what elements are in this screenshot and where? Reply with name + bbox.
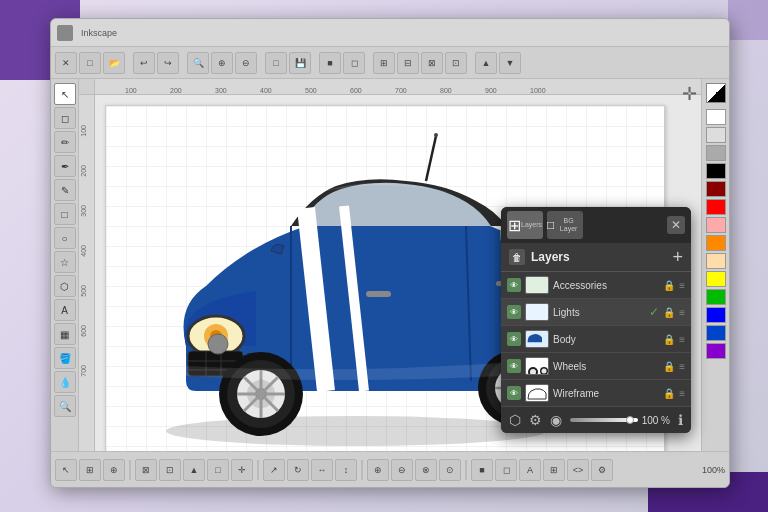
bt-prefs[interactable]: ⚙ bbox=[591, 459, 613, 481]
polygon-tool[interactable]: ⬡ bbox=[54, 275, 76, 297]
layer-menu-icon[interactable]: ≡ bbox=[679, 307, 685, 318]
bt-path-diff[interactable]: ⊖ bbox=[391, 459, 413, 481]
zoom-out-button[interactable]: ⊖ bbox=[235, 52, 257, 74]
open-button[interactable]: 📂 bbox=[103, 52, 125, 74]
bt-order[interactable]: ▲ bbox=[183, 459, 205, 481]
palette-green[interactable] bbox=[706, 289, 726, 305]
opacity-slider[interactable] bbox=[570, 418, 638, 422]
bt-xml[interactable]: <> bbox=[567, 459, 589, 481]
group-button[interactable]: ⊠ bbox=[421, 52, 443, 74]
ungroup-button[interactable]: ⊡ bbox=[445, 52, 467, 74]
lock-icon[interactable]: 🔒 bbox=[663, 361, 675, 372]
raise-button[interactable]: ▲ bbox=[475, 52, 497, 74]
select-button[interactable]: □ bbox=[265, 52, 287, 74]
layers-footer-icon-1[interactable]: ⬡ bbox=[509, 412, 521, 428]
zoom-tool[interactable]: 🔍 bbox=[54, 395, 76, 417]
lock-icon[interactable]: 🔒 bbox=[663, 388, 675, 399]
bt-dist[interactable]: ⊡ bbox=[159, 459, 181, 481]
palette-light-gray[interactable] bbox=[706, 127, 726, 143]
layer-vis-icon[interactable]: 👁 bbox=[507, 278, 521, 292]
delete-layer-icon[interactable]: 🗑 bbox=[509, 249, 525, 265]
palette-light-orange[interactable] bbox=[706, 253, 726, 269]
layer-vis-icon[interactable]: 👁 bbox=[507, 305, 521, 319]
lock-icon[interactable]: 🔒 bbox=[663, 307, 675, 318]
layers-close-button[interactable]: ✕ bbox=[667, 216, 685, 234]
layers-footer-icon-2[interactable]: ⚙ bbox=[529, 412, 542, 428]
layer-menu-icon[interactable]: ≡ bbox=[679, 388, 685, 399]
zoom-fit-button[interactable]: ⊕ bbox=[211, 52, 233, 74]
layer-row-wireframe[interactable]: 👁 Wireframe 🔒 ≡ bbox=[501, 380, 691, 407]
star-tool[interactable]: ☆ bbox=[54, 251, 76, 273]
new-button[interactable]: □ bbox=[79, 52, 101, 74]
zoom-in-button[interactable]: 🔍 bbox=[187, 52, 209, 74]
palette-purple[interactable] bbox=[706, 343, 726, 359]
palette-red[interactable] bbox=[706, 199, 726, 215]
palette-gray[interactable] bbox=[706, 145, 726, 161]
layer-row-lights[interactable]: 👁 Lights ✓ 🔒 ≡ bbox=[501, 299, 691, 326]
pen-tool[interactable]: ✒ bbox=[54, 155, 76, 177]
bg-layer-tab[interactable]: □ BG Layer bbox=[547, 211, 583, 239]
layers-footer-info[interactable]: ℹ bbox=[678, 412, 683, 428]
palette-blue[interactable] bbox=[706, 307, 726, 323]
circle-tool[interactable]: ○ bbox=[54, 227, 76, 249]
palette-orange[interactable] bbox=[706, 235, 726, 251]
layer-row-wheels[interactable]: 👁 Wheels 🔒 ≡ bbox=[501, 353, 691, 380]
dropper-tool[interactable]: 💧 bbox=[54, 371, 76, 393]
align-left-button[interactable]: ⊞ bbox=[373, 52, 395, 74]
stroke-button[interactable]: ◻ bbox=[343, 52, 365, 74]
layer-vis-icon[interactable]: 👁 bbox=[507, 359, 521, 373]
bt-path-union[interactable]: ⊕ bbox=[367, 459, 389, 481]
bt-fill[interactable]: ■ bbox=[471, 459, 493, 481]
palette-dark-blue[interactable] bbox=[706, 325, 726, 341]
layer-menu-icon[interactable]: ≡ bbox=[679, 334, 685, 345]
bt-mirror-v[interactable]: ↕ bbox=[335, 459, 357, 481]
bt-path-xor[interactable]: ⊙ bbox=[439, 459, 461, 481]
fill-button[interactable]: ■ bbox=[319, 52, 341, 74]
bt-transform[interactable]: ↗ bbox=[263, 459, 285, 481]
bt-rotate[interactable]: ↻ bbox=[287, 459, 309, 481]
bt-stroke[interactable]: ◻ bbox=[495, 459, 517, 481]
bt-layers[interactable]: ⊞ bbox=[543, 459, 565, 481]
redo-button[interactable]: ↪ bbox=[157, 52, 179, 74]
layers-footer-icon-3[interactable]: ◉ bbox=[550, 412, 562, 428]
save-button[interactable]: 💾 bbox=[289, 52, 311, 74]
select-tool[interactable]: ↖ bbox=[54, 83, 76, 105]
palette-yellow[interactable] bbox=[706, 271, 726, 287]
bt-snap[interactable]: ✛ bbox=[231, 459, 253, 481]
callig-tool[interactable]: ✎ bbox=[54, 179, 76, 201]
layer-row-body[interactable]: 👁 Body 🔒 ≡ bbox=[501, 326, 691, 353]
palette-gradient-swatch[interactable] bbox=[706, 83, 726, 103]
layers-tab[interactable]: ⊞ Layers bbox=[507, 211, 543, 239]
lock-icon[interactable]: 🔒 bbox=[663, 334, 675, 345]
align-center-button[interactable]: ⊟ bbox=[397, 52, 419, 74]
bt-align[interactable]: ⊠ bbox=[135, 459, 157, 481]
lock-icon[interactable]: 🔒 bbox=[663, 280, 675, 291]
bt-zoom[interactable]: ⊕ bbox=[103, 459, 125, 481]
fill-tool[interactable]: 🪣 bbox=[54, 347, 76, 369]
palette-dark-red[interactable] bbox=[706, 181, 726, 197]
palette-light-red[interactable] bbox=[706, 217, 726, 233]
bt-text[interactable]: A bbox=[519, 459, 541, 481]
text-tool[interactable]: A bbox=[54, 299, 76, 321]
gradient-tool[interactable]: ▦ bbox=[54, 323, 76, 345]
close-button[interactable]: ✕ bbox=[55, 52, 77, 74]
layer-menu-icon[interactable]: ≡ bbox=[679, 361, 685, 372]
lower-button[interactable]: ▼ bbox=[499, 52, 521, 74]
pencil-tool[interactable]: ✏ bbox=[54, 131, 76, 153]
layer-vis-icon[interactable]: 👁 bbox=[507, 332, 521, 346]
palette-black[interactable] bbox=[706, 163, 726, 179]
bt-path-inter[interactable]: ⊗ bbox=[415, 459, 437, 481]
node-tool[interactable]: ◻ bbox=[54, 107, 76, 129]
bt-mirror-h[interactable]: ↔ bbox=[311, 459, 333, 481]
bt-group[interactable]: □ bbox=[207, 459, 229, 481]
layer-row-accessories[interactable]: 👁 Accessories 🔒 ≡ bbox=[501, 272, 691, 299]
snap-icon[interactable]: ✛ bbox=[682, 83, 697, 105]
undo-button[interactable]: ↩ bbox=[133, 52, 155, 74]
palette-white[interactable] bbox=[706, 109, 726, 125]
layer-vis-icon[interactable]: 👁 bbox=[507, 386, 521, 400]
rect-tool[interactable]: □ bbox=[54, 203, 76, 225]
layer-menu-icon[interactable]: ≡ bbox=[679, 280, 685, 291]
bt-node[interactable]: ⊞ bbox=[79, 459, 101, 481]
bt-select[interactable]: ↖ bbox=[55, 459, 77, 481]
add-layer-button[interactable]: + bbox=[672, 248, 683, 266]
